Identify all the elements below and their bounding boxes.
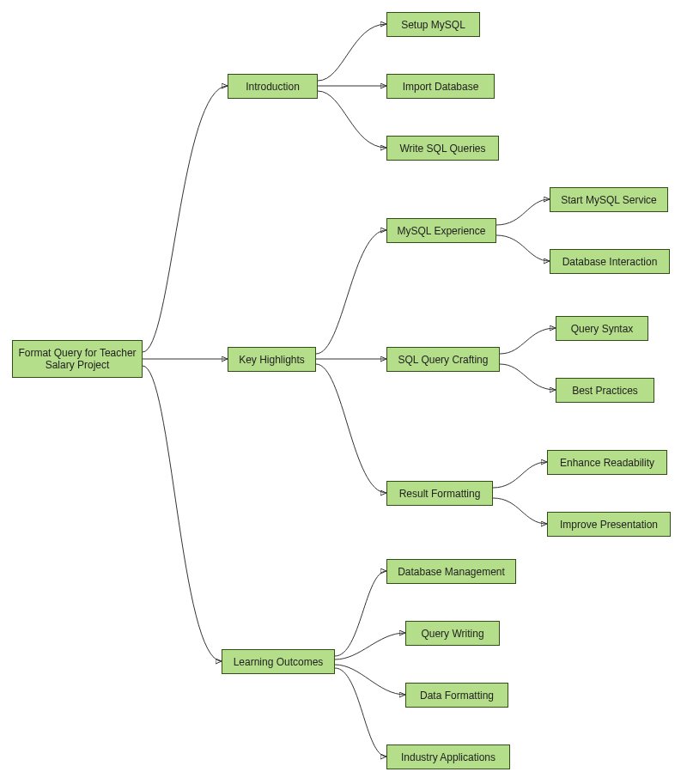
node-improve-presentation: Improve Presentation — [547, 512, 671, 537]
node-best-practices: Best Practices — [556, 378, 654, 403]
node-start-mysql: Start MySQL Service — [550, 187, 668, 212]
node-query-writing: Query Writing — [405, 621, 500, 646]
node-key-highlights: Key Highlights — [228, 347, 316, 372]
node-sql-crafting: SQL Query Crafting — [386, 347, 500, 372]
node-enhance-readability: Enhance Readability — [547, 450, 667, 475]
node-root: Format Query for Teacher Salary Project — [12, 340, 143, 378]
node-db-management: Database Management — [386, 559, 516, 584]
node-introduction: Introduction — [228, 74, 318, 99]
node-import-database: Import Database — [386, 74, 495, 99]
node-mysql-experience: MySQL Experience — [386, 218, 496, 243]
node-setup-mysql: Setup MySQL — [386, 12, 480, 37]
node-write-sql: Write SQL Queries — [386, 136, 499, 161]
node-result-formatting: Result Formatting — [386, 481, 493, 506]
node-data-formatting: Data Formatting — [405, 683, 508, 708]
node-db-interaction: Database Interaction — [550, 249, 670, 274]
node-learning-outcomes: Learning Outcomes — [222, 649, 335, 674]
node-query-syntax: Query Syntax — [556, 316, 648, 341]
node-industry-apps: Industry Applications — [386, 744, 510, 769]
